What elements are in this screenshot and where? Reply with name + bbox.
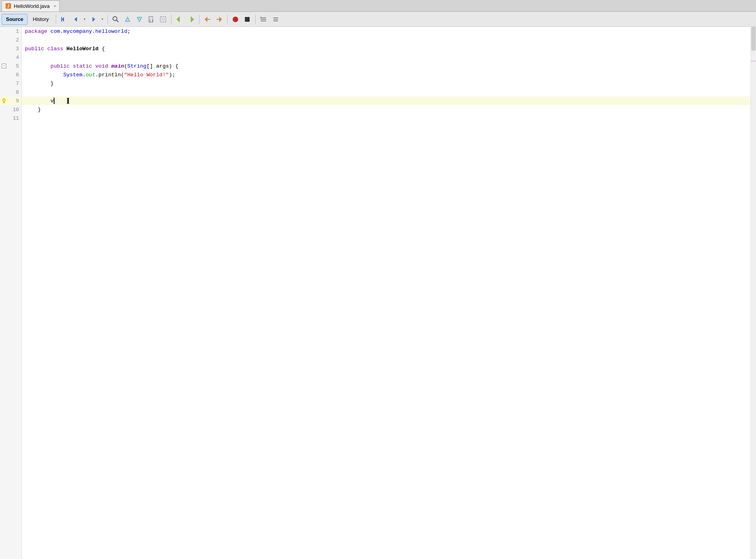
svg-line-7 <box>117 20 118 22</box>
plain-5e: [] args) { <box>147 63 179 69</box>
svg-marker-4 <box>74 17 77 22</box>
code-line-2 <box>22 36 750 44</box>
next-occurrence-btn[interactable] <box>134 14 145 25</box>
line-num-1: 1 <box>16 28 19 34</box>
sp-5a <box>70 63 73 69</box>
search-icon <box>112 16 119 23</box>
cursor-I-display: I <box>66 96 70 106</box>
navigate-back-btn[interactable] <box>70 14 81 25</box>
hint-lightbulb-icon <box>1 98 7 104</box>
tab-bar: J HelloWorld.java × <box>0 0 756 12</box>
navigate-back-dropdown-btn[interactable]: ▾ <box>82 14 87 25</box>
next-member-btn[interactable] <box>186 14 197 25</box>
svg-point-38 <box>3 99 5 101</box>
svg-marker-5 <box>92 17 95 22</box>
kw-class: class <box>47 46 64 52</box>
navigate-back-icon <box>72 16 79 23</box>
next-occurrence-icon <box>136 16 143 23</box>
gutter-line-7: 7 <box>0 79 21 88</box>
toggle-select-btn[interactable] <box>158 14 169 25</box>
code-line-6: System.out.println("Hello World!"); <box>22 70 750 79</box>
scrollbar-position-indicator <box>751 61 756 61</box>
gutter-line-6: 6 <box>0 70 21 79</box>
sp-5b <box>92 63 95 69</box>
toggle-select-icon <box>160 16 167 23</box>
record-macro-btn[interactable] <box>230 14 241 25</box>
line-num-3: 3 <box>16 46 19 52</box>
stop-macro-btn[interactable] <box>242 14 253 25</box>
svg-rect-27 <box>245 17 250 22</box>
search-btn[interactable] <box>110 14 121 25</box>
navigate-first-btn[interactable] <box>58 14 70 25</box>
separator-5 <box>227 15 228 24</box>
uncomment-btn[interactable] <box>270 14 281 25</box>
uncomment-icon <box>272 16 279 23</box>
back-dropdown-arrow-icon: ▾ <box>84 17 85 21</box>
prev-occurrence-btn[interactable] <box>122 14 133 25</box>
indent-7 <box>25 81 51 87</box>
kw-public-3: public <box>25 46 44 52</box>
method-main: main <box>111 63 124 69</box>
indent-10 <box>25 107 38 113</box>
comment-btn[interactable]: // <box>258 14 269 25</box>
prev-member-btn[interactable] <box>174 14 185 25</box>
fold-toggle-5[interactable]: − <box>2 64 6 68</box>
prev-occurrence-icon <box>124 16 131 23</box>
svg-text:J: J <box>7 4 9 8</box>
close-7: } <box>51 81 54 87</box>
navigate-first-icon <box>60 16 68 23</box>
plain-6c: ); <box>169 72 175 78</box>
gutter-line-9: 9 <box>0 96 21 105</box>
system-class: System <box>63 72 83 78</box>
code-line-8 <box>22 88 750 96</box>
stop-icon <box>244 16 251 23</box>
navigate-forward-btn[interactable] <box>88 14 99 25</box>
svg-marker-24 <box>219 17 222 22</box>
code-line-5: public static void main(String[] args) { <box>22 62 750 70</box>
indent-5 <box>25 63 51 69</box>
string-hello: "Hello World!" <box>124 72 169 78</box>
gutter-line-11: 11 <box>0 114 21 123</box>
navigate-forward-dropdown-btn[interactable]: ▾ <box>100 14 105 25</box>
classname: HelloWorld <box>66 46 98 52</box>
toggle-bookmark-icon <box>148 16 155 23</box>
line-num-10: 10 <box>13 107 19 113</box>
code-editor[interactable]: package com.mycompany.helloworld; public… <box>22 27 750 559</box>
line-num-8: 8 <box>16 89 19 95</box>
code-line-11 <box>22 114 750 123</box>
source-tab[interactable]: Source <box>2 14 28 25</box>
java-file-icon: J <box>5 3 11 9</box>
scrollbar-thumb[interactable] <box>751 27 756 51</box>
gutter-line-3: 3 <box>0 44 21 53</box>
separator-4 <box>199 15 199 24</box>
svg-point-26 <box>233 17 238 22</box>
history-tab[interactable]: History <box>28 14 53 25</box>
gutter-line-2: 2 <box>0 36 21 44</box>
tab-close-btn[interactable]: × <box>54 4 56 8</box>
out-field: out <box>86 72 95 78</box>
plain-5d: ( <box>124 63 127 69</box>
type-string: String <box>127 63 147 69</box>
code-line-9[interactable]: vI <box>22 96 750 105</box>
file-tab[interactable]: J HelloWorld.java × <box>2 0 60 11</box>
vertical-scrollbar[interactable] <box>750 27 756 559</box>
separator-1 <box>56 15 56 24</box>
prev-member-icon <box>176 16 183 23</box>
svg-marker-20 <box>191 17 194 22</box>
svg-marker-18 <box>177 17 179 22</box>
close-class: } <box>38 107 41 113</box>
next-edit-btn[interactable] <box>214 14 225 25</box>
line-num-11: 11 <box>13 115 19 121</box>
navigate-forward-icon <box>90 16 97 23</box>
plain-3b <box>63 46 66 52</box>
code-line-10: } <box>22 105 750 114</box>
svg-rect-36 <box>3 102 5 102</box>
plain-3a <box>44 46 47 52</box>
prev-edit-btn[interactable] <box>202 14 213 25</box>
dot-6b: .println( <box>95 72 124 78</box>
next-member-icon <box>188 16 195 23</box>
toggle-bookmark-btn[interactable] <box>146 14 157 25</box>
tab-label: HelloWorld.java <box>14 3 50 9</box>
prev-edit-icon <box>204 16 211 23</box>
line-number-gutter: 1 2 3 4 − 5 6 7 8 <box>0 27 22 559</box>
